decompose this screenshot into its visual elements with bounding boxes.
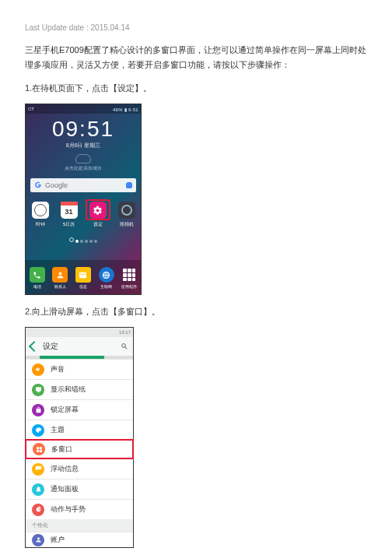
step-1-label: 1.在待机页面下，点击【设定】。 <box>25 83 367 94</box>
clock-icon <box>32 202 49 219</box>
settings-item-multiwindow[interactable]: 多窗口 <box>25 439 134 459</box>
settings-item-gesture[interactable]: 动作与手势 <box>26 499 133 519</box>
theme-icon <box>32 424 44 437</box>
message-icon <box>75 267 91 283</box>
back-icon[interactable] <box>29 341 40 352</box>
settings-item-theme[interactable]: 主题 <box>26 420 133 440</box>
weather-label: 点击此处添加城市 <box>26 165 141 172</box>
screenshot-home: CT 46% ▮ 9:51 09:51 8月6日 星期三 点击此处添加城市 Go… <box>25 104 142 295</box>
page-indicator <box>26 234 141 245</box>
gesture-icon <box>32 504 44 516</box>
lock-icon <box>32 404 44 416</box>
app-clock[interactable]: 时钟 <box>30 202 51 228</box>
dock: 电话 联系人 信息 互联网 应用程序 <box>26 260 141 294</box>
multiwindow-icon <box>33 443 45 455</box>
settings-item-notification[interactable]: 通知面板 <box>26 479 133 499</box>
settings-item-sound[interactable]: 声音 <box>26 359 133 379</box>
settings-item-account[interactable]: 账户 <box>26 532 133 547</box>
display-icon <box>32 384 44 396</box>
dock-internet[interactable]: 互联网 <box>97 267 116 289</box>
search-g-icon <box>34 181 42 189</box>
step-2-label: 2.向上滑动屏幕，点击【多窗口】。 <box>25 306 367 318</box>
phone-icon <box>30 267 45 283</box>
floating-icon <box>32 463 44 476</box>
apps-icon <box>121 267 137 283</box>
settings-item-lock[interactable]: 锁定屏幕 <box>26 399 133 420</box>
google-search-bar[interactable]: Google <box>30 178 136 192</box>
header-title: 设定 <box>43 341 58 352</box>
clock-date: 8月6日 星期三 <box>26 142 141 149</box>
dock-apps[interactable]: 应用程序 <box>120 267 138 289</box>
app-calendar[interactable]: 31 S日历 <box>59 202 79 228</box>
account-icon <box>32 534 44 546</box>
globe-icon <box>99 267 114 283</box>
intro-paragraph: 三星手机E7009配置了精心设计的多窗口界面，让您可以通过简单操作在同一屏幕上同… <box>25 43 367 72</box>
dock-messages[interactable]: 信息 <box>74 267 93 289</box>
status-bar: 13:17 <box>26 328 133 337</box>
dock-contacts[interactable]: 联系人 <box>51 267 69 289</box>
status-bar: CT 46% ▮ 9:51 <box>26 104 141 114</box>
calendar-icon: 31 <box>61 202 78 219</box>
app-settings[interactable]: 设定 <box>88 202 108 228</box>
status-right: 46% ▮ 9:51 <box>113 107 138 112</box>
app-camera[interactable]: 照相机 <box>117 202 137 228</box>
status-left: CT <box>28 107 34 111</box>
contact-icon <box>52 267 68 283</box>
status-time: 13:17 <box>119 330 131 335</box>
update-date: Last Update date : 2015.04.14 <box>25 23 367 32</box>
section-divider: 个性化 <box>26 519 133 532</box>
camera-icon <box>118 202 135 219</box>
mic-icon <box>126 182 132 188</box>
notification-icon <box>32 483 44 496</box>
weather-icon <box>75 154 91 163</box>
gear-icon <box>89 202 107 219</box>
screenshot-settings: 13:17 设定 声音 显示和墙纸 锁定屏幕 <box>25 327 134 548</box>
settings-item-floating[interactable]: 浮动信息 <box>26 458 133 479</box>
sound-icon <box>32 364 44 376</box>
search-icon[interactable] <box>121 342 128 350</box>
settings-header: 设定 <box>26 337 133 356</box>
clock-time: 09:51 <box>26 118 141 140</box>
dock-phone[interactable]: 电话 <box>28 267 47 289</box>
search-label: Google <box>45 181 68 189</box>
settings-item-display[interactable]: 显示和墙纸 <box>26 379 133 399</box>
